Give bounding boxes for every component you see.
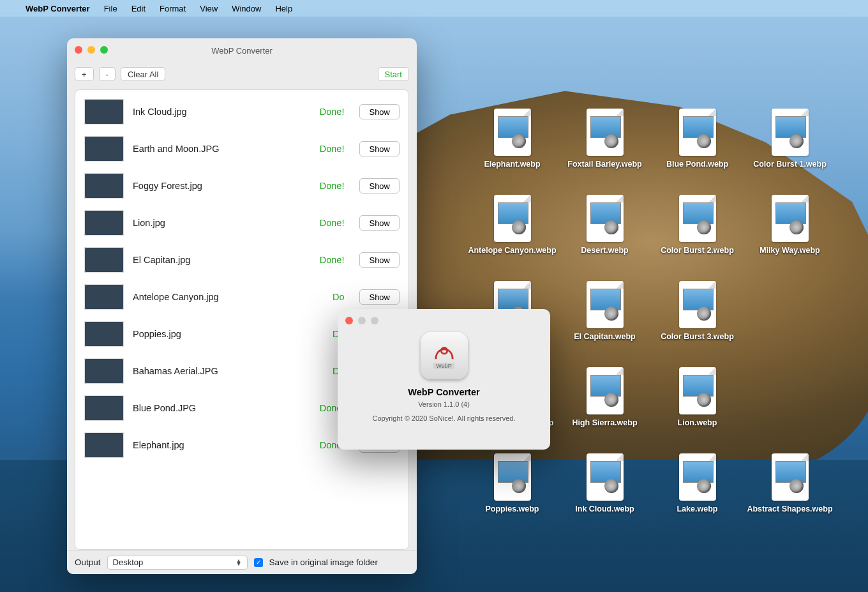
desktop-file-label: Abstract Shapes.webp: [747, 505, 832, 515]
about-zoom-button: [371, 317, 378, 324]
about-app-name: WebP Converter: [408, 387, 479, 397]
desktop-file-label: Foxtail Barley.webp: [567, 160, 641, 170]
file-icon: [587, 367, 624, 414]
desktop-file[interactable]: Antelope Canyon.webp: [466, 195, 558, 281]
about-close-button[interactable]: [345, 317, 353, 324]
file-icon: [587, 195, 624, 242]
converter-toolbar: + - Clear All Start: [67, 63, 417, 86]
desktop-file[interactable]: Desert.webp: [558, 195, 651, 281]
about-window: WebP WebP Converter Version 1.1.0 (4) Co…: [338, 309, 550, 450]
file-status: Do: [333, 292, 345, 302]
file-row[interactable]: Ink Cloud.jpgDone!Show: [75, 94, 408, 131]
file-status: Done!: [320, 107, 345, 117]
show-button[interactable]: Show: [359, 252, 400, 268]
save-original-label: Save in original image folder: [269, 558, 378, 567]
file-thumbnail: [84, 284, 124, 310]
show-button[interactable]: Show: [359, 289, 400, 305]
about-icon-badge: WebP: [433, 363, 454, 369]
desktop-file-label: Lake.webp: [677, 505, 718, 515]
svg-point-0: [441, 347, 447, 353]
select-arrows-icon: ▲▼: [236, 559, 242, 566]
desktop-file[interactable]: Elephant.webp: [466, 109, 558, 195]
desktop-file-label: Desert.webp: [581, 246, 628, 256]
desktop-file[interactable]: High Sierra.webp: [558, 367, 651, 453]
output-select[interactable]: Desktop ▲▼: [107, 556, 248, 570]
file-icon: [494, 109, 531, 156]
file-icon: [587, 281, 624, 328]
menu-edit[interactable]: Edit: [131, 4, 146, 13]
file-status: Done!: [320, 255, 345, 265]
menu-view[interactable]: View: [200, 4, 218, 13]
desktop-file[interactable]: El Capitan.webp: [558, 281, 651, 367]
save-original-checkbox[interactable]: ✓: [254, 558, 263, 567]
desktop-file[interactable]: Lake.webp: [651, 453, 744, 540]
start-button[interactable]: Start: [378, 67, 409, 81]
file-name: Elephant.jpg: [133, 440, 311, 450]
desktop-file-label: Milky Way.webp: [760, 246, 819, 256]
zoom-button[interactable]: [100, 46, 108, 54]
file-icon: [772, 195, 809, 242]
menu-help[interactable]: Help: [275, 4, 292, 13]
add-button[interactable]: +: [75, 67, 94, 81]
menu-file[interactable]: File: [104, 4, 117, 13]
minimize-button[interactable]: [87, 46, 95, 54]
file-icon: [494, 195, 531, 242]
remove-button[interactable]: -: [99, 67, 116, 81]
menubar: WebP Converter File Edit Format View Win…: [0, 0, 868, 17]
about-traffic-lights: [345, 317, 378, 324]
converter-footer: Output Desktop ▲▼ ✓ Save in original ima…: [67, 550, 417, 574]
desktop-file[interactable]: Ink Cloud.webp: [558, 453, 651, 540]
converter-title: WebP Converter: [211, 46, 273, 56]
about-copyright: Copyright © 2020 SoNice!. All rights res…: [373, 414, 516, 422]
file-row[interactable]: Foggy Forest.jpgDone!Show: [75, 168, 408, 205]
file-thumbnail: [84, 173, 124, 199]
file-name: Antelope Canyon.jpg: [133, 292, 324, 302]
file-icon: [679, 195, 716, 242]
file-name: Poppies.jpg: [133, 329, 324, 339]
file-name: Lion.jpg: [133, 218, 311, 228]
converter-titlebar[interactable]: WebP Converter: [67, 38, 417, 63]
menu-window[interactable]: Window: [232, 4, 261, 13]
desktop-file-label: Poppies.webp: [485, 505, 539, 515]
file-thumbnail: [84, 358, 124, 384]
file-icon: [772, 109, 809, 156]
traffic-lights: [75, 46, 108, 54]
converter-window: WebP Converter + - Clear All Start Ink C…: [67, 38, 417, 574]
output-value: Desktop: [113, 558, 144, 567]
desktop-file[interactable]: Color Burst 1.webp: [744, 109, 836, 195]
file-name: Foggy Forest.jpg: [133, 181, 311, 191]
menubar-appname[interactable]: WebP Converter: [26, 4, 90, 13]
desktop-file-label: Color Burst 3.webp: [661, 332, 734, 342]
desktop-file[interactable]: Abstract Shapes.webp: [744, 453, 836, 540]
desktop-file[interactable]: Poppies.webp: [466, 453, 558, 540]
desktop-file[interactable]: Foxtail Barley.webp: [558, 109, 651, 195]
desktop-file[interactable]: Lion.webp: [651, 367, 744, 453]
desktop-file[interactable]: Color Burst 2.webp: [651, 195, 744, 281]
file-status: Done!: [320, 144, 345, 154]
file-thumbnail: [84, 321, 124, 347]
show-button[interactable]: Show: [359, 141, 400, 156]
close-button[interactable]: [75, 46, 82, 54]
clear-all-button[interactable]: Clear All: [121, 67, 165, 81]
desktop-file-label: Color Burst 2.webp: [661, 246, 734, 256]
desktop-file[interactable]: Milky Way.webp: [744, 195, 836, 281]
file-thumbnail: [84, 395, 124, 421]
file-row[interactable]: Lion.jpgDone!Show: [75, 205, 408, 242]
menu-format[interactable]: Format: [160, 4, 186, 13]
show-button[interactable]: Show: [359, 215, 400, 231]
output-label: Output: [75, 558, 101, 567]
about-minimize-button: [358, 317, 366, 324]
knot-icon: [432, 342, 456, 361]
desktop-file[interactable]: Color Burst 3.webp: [651, 281, 744, 367]
file-row[interactable]: Earth and Moon.JPGDone!Show: [75, 131, 408, 168]
file-thumbnail: [84, 99, 124, 125]
file-icon: [679, 453, 716, 501]
show-button[interactable]: Show: [359, 178, 400, 194]
desktop-file-label: Color Burst 1.webp: [753, 160, 827, 170]
desktop-file-label: Lion.webp: [678, 418, 717, 429]
show-button[interactable]: Show: [359, 104, 400, 119]
file-row[interactable]: El Capitan.jpgDone!Show: [75, 242, 408, 279]
desktop-file[interactable]: Blue Pond.webp: [651, 109, 744, 195]
file-thumbnail: [84, 432, 124, 458]
desktop-file-label: High Sierra.webp: [572, 418, 637, 429]
